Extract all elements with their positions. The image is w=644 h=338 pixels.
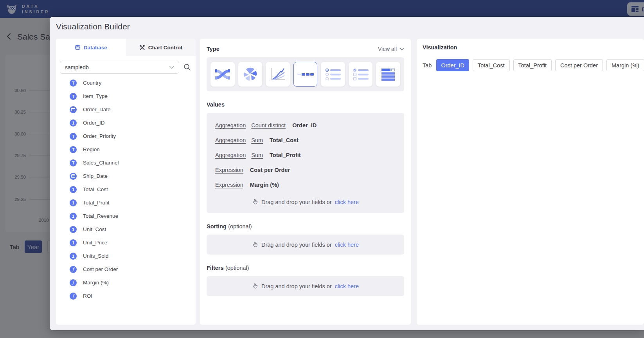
- dashboard-button[interactable]: D: [627, 2, 644, 16]
- sorting-panel: Drag and drop your fields or click here: [207, 235, 404, 255]
- filters-heading: Filters: [207, 265, 224, 271]
- aggregation-dropdown[interactable]: Aggregation: [215, 152, 246, 158]
- text-field-icon: T: [70, 159, 77, 166]
- viz-tab-total-profit[interactable]: Total_Profit: [513, 59, 552, 71]
- viz-tab-total-cost[interactable]: Total_Cost: [473, 59, 510, 71]
- text-field-icon: T: [70, 133, 77, 140]
- field-item-total-cost[interactable]: 1 Total_Cost: [70, 185, 196, 193]
- value-field[interactable]: Margin (%): [250, 182, 279, 188]
- viz-tab-cost-per-order[interactable]: Cost per Order: [555, 59, 603, 71]
- tab-chart-control[interactable]: Chart Control: [126, 39, 196, 56]
- values-drop-zone[interactable]: Drag and drop your fields or click here: [207, 199, 404, 205]
- text-field-icon: T: [70, 80, 77, 87]
- chart-type-sankey[interactable]: [210, 62, 235, 87]
- field-item-ship-date[interactable]: Ship_Date: [70, 172, 196, 180]
- field-item-order-priority[interactable]: T Order_Priority: [70, 132, 196, 140]
- tab-database-label: Database: [84, 45, 107, 51]
- number-field-icon: 1: [70, 253, 77, 260]
- top-navbar: DATA INSIDER D: [0, 0, 644, 18]
- number-field-icon: 1: [70, 213, 77, 220]
- function-field-icon: ƒ: [70, 293, 77, 300]
- dashboard-icon: [631, 6, 639, 12]
- click-here-link[interactable]: click here: [335, 283, 359, 289]
- visualization-builder-modal: Visualization Builder Database: [50, 17, 644, 330]
- tab-database[interactable]: Database: [56, 39, 126, 56]
- field-item-country[interactable]: T Country: [70, 79, 196, 87]
- database-select[interactable]: sampledb: [60, 61, 179, 74]
- number-field-icon: 1: [70, 186, 77, 193]
- view-all-button[interactable]: View all: [378, 46, 404, 52]
- field-item-region[interactable]: T Region: [70, 145, 196, 154]
- aggregation-func-dropdown[interactable]: Count distinct: [251, 122, 286, 128]
- pie-chart-icon: [243, 67, 257, 81]
- expression-dropdown[interactable]: Expression: [215, 167, 243, 173]
- field-item-order-id[interactable]: 1 Order_ID: [70, 119, 196, 127]
- dashboard-button-label: D: [642, 6, 644, 13]
- tab-view-icon: Tab: [297, 73, 314, 76]
- aggregation-func-dropdown[interactable]: Sum: [251, 152, 263, 158]
- field-item-unit-cost[interactable]: 1 Unit_Cost: [70, 225, 196, 233]
- text-field-icon: T: [70, 146, 77, 153]
- sorting-drop-zone[interactable]: Drag and drop your fields or click here: [252, 241, 359, 248]
- chevron-down-icon: [399, 47, 404, 51]
- values-panel: Aggregation Count distinct Order_ID Aggr…: [207, 113, 404, 213]
- field-item-total-revenue[interactable]: 1 Total_Revenue: [70, 212, 196, 220]
- field-item-margin[interactable]: ƒ Margin (%): [70, 278, 196, 287]
- viz-tab-label: Tab: [423, 62, 432, 69]
- number-field-icon: 1: [70, 119, 77, 127]
- owl-logo-icon: [5, 3, 18, 15]
- drag-hand-icon: [252, 199, 258, 205]
- filters-panel: Drag and drop your fields or click here: [207, 276, 404, 296]
- search-icon[interactable]: [183, 63, 191, 71]
- line-chart-icon: [270, 67, 286, 81]
- value-field[interactable]: Total_Profit: [270, 152, 300, 158]
- sorting-optional-label: (optional): [228, 223, 252, 230]
- viz-tab-order-id[interactable]: Order_ID: [436, 59, 469, 71]
- click-here-link[interactable]: click here: [335, 242, 359, 248]
- chart-type-line[interactable]: [266, 62, 290, 87]
- chart-type-checkbox-list[interactable]: [349, 62, 373, 87]
- type-heading: Type: [207, 46, 219, 52]
- radio-list-icon: [324, 68, 342, 81]
- expression-dropdown[interactable]: Expression: [215, 182, 243, 188]
- aggregation-func-dropdown[interactable]: Sum: [251, 137, 263, 143]
- number-field-icon: 1: [70, 199, 77, 206]
- field-item-roi[interactable]: ƒ ROI: [70, 292, 196, 300]
- value-field[interactable]: Cost per Order: [250, 167, 290, 173]
- chevron-down-icon: [169, 66, 174, 69]
- value-row: Aggregation Sum Total_Cost: [207, 133, 404, 148]
- chart-type-radio-list[interactable]: [321, 62, 345, 87]
- builder-panel: Type View all: [200, 39, 411, 325]
- field-item-order-date[interactable]: Order_Date: [70, 105, 196, 114]
- value-field[interactable]: Total_Cost: [270, 137, 299, 143]
- field-item-item-type[interactable]: T Item_Type: [70, 92, 196, 100]
- aggregation-dropdown[interactable]: Aggregation: [215, 137, 246, 143]
- number-field-icon: 1: [70, 239, 77, 246]
- left-panel-tabs: Database Chart Control: [56, 39, 196, 56]
- value-row: Expression Cost per Order: [207, 163, 404, 177]
- brand-name: DATA INSIDER: [22, 4, 50, 14]
- value-field[interactable]: Order_ID: [292, 122, 317, 128]
- chart-type-pie[interactable]: [238, 62, 263, 87]
- field-item-unit-price[interactable]: 1 Unit_Price: [70, 239, 196, 247]
- field-item-units-sold[interactable]: 1 Units_Sold: [70, 252, 196, 260]
- viz-tab-margin[interactable]: Margin (%): [606, 59, 644, 71]
- chart-type-table[interactable]: [376, 62, 400, 87]
- filters-optional-label: (optional): [225, 265, 249, 271]
- field-item-sales-channel[interactable]: T Sales_Channel: [70, 159, 196, 167]
- chart-type-tab[interactable]: Tab: [293, 62, 318, 87]
- drag-hand-icon: [252, 283, 258, 289]
- field-item-total-profit[interactable]: 1 Total_Profit: [70, 199, 196, 207]
- value-row: Aggregation Sum Total_Profit: [207, 148, 404, 163]
- value-row: Aggregation Count distinct Order_ID: [207, 118, 404, 133]
- tab-chart-control-label: Chart Control: [148, 45, 182, 51]
- chart-type-strip: Tab: [207, 57, 404, 91]
- function-field-icon: ƒ: [70, 266, 77, 273]
- filters-drop-zone[interactable]: Drag and drop your fields or click here: [252, 283, 359, 289]
- modal-title: Visualization Builder: [56, 22, 130, 31]
- field-item-cost-per-order[interactable]: ƒ Cost per Order: [70, 265, 196, 273]
- aggregation-dropdown[interactable]: Aggregation: [215, 122, 246, 128]
- checkbox-list-icon: [352, 68, 369, 81]
- click-here-link[interactable]: click here: [335, 199, 359, 205]
- left-panel: Database Chart Control sampledb: [56, 39, 196, 325]
